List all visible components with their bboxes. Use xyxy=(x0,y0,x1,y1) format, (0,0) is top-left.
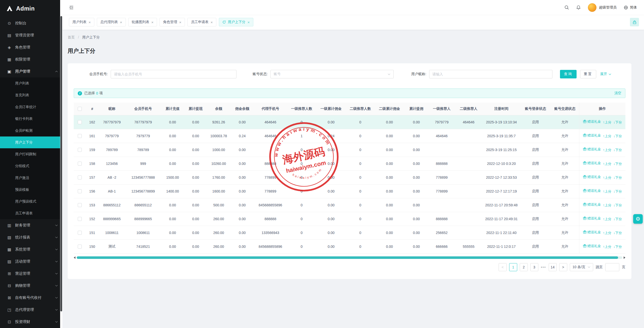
score-down-action[interactable]: ↓下分 xyxy=(614,203,622,208)
score-down-action[interactable]: ↓下分 xyxy=(614,148,622,152)
score-up-action[interactable]: ↑上分 xyxy=(603,162,612,166)
close-icon[interactable]: × xyxy=(248,20,250,24)
sidebar-item[interactable]: ▥财务管理 xyxy=(0,219,62,231)
score-up-action[interactable]: ↑上分 xyxy=(603,203,612,208)
row-checkbox[interactable] xyxy=(78,245,82,249)
score-up-action[interactable]: ↑上分 xyxy=(603,120,612,125)
prev-page-button[interactable]: < xyxy=(499,263,507,271)
scrollbar-thumb[interactable] xyxy=(77,256,618,259)
gift-action[interactable]: 赠送礼金 xyxy=(583,133,601,138)
phone-filter-input[interactable] xyxy=(111,70,236,78)
sidebar-subitem[interactable]: 用户上下分 xyxy=(0,136,62,148)
bell-icon[interactable] xyxy=(576,5,581,10)
tab[interactable]: 轮播图列表× xyxy=(128,18,157,26)
sidebar-subitem[interactable]: 会员订单统计 xyxy=(0,101,62,113)
sidebar-item[interactable]: ▤管理员管理 xyxy=(0,29,62,41)
sidebar-subitem[interactable]: 员工申请表 xyxy=(0,207,62,219)
horizontal-scrollbar[interactable] xyxy=(74,256,625,259)
score-down-action[interactable]: ↓下分 xyxy=(614,120,622,125)
score-up-action[interactable]: ↑上分 xyxy=(603,245,612,249)
score-down-action[interactable]: ↓下分 xyxy=(614,189,622,194)
score-up-action[interactable]: ↑上分 xyxy=(603,217,612,221)
sidebar-item[interactable]: ▩系统管理 xyxy=(0,243,62,255)
sidebar-subitem[interactable]: 用户预设模式 xyxy=(0,196,62,207)
reset-button[interactable]: 重置 xyxy=(580,70,596,78)
page-button-2[interactable]: 2 xyxy=(520,263,528,271)
close-icon[interactable]: × xyxy=(211,20,213,24)
close-icon[interactable]: × xyxy=(89,20,91,24)
close-icon[interactable]: × xyxy=(179,20,181,24)
sidebar-item[interactable]: ⊟购物管理 xyxy=(0,279,62,292)
row-checkbox[interactable] xyxy=(78,231,82,235)
nickname-filter-input[interactable] xyxy=(429,70,552,78)
sidebar-item[interactable]: ◳总代理管理 xyxy=(0,304,62,316)
expand-filters-link[interactable]: 展开 xyxy=(600,72,611,76)
page-ellipsis[interactable]: ••• xyxy=(541,265,546,269)
refresh-icon[interactable] xyxy=(222,20,226,24)
row-checkbox[interactable] xyxy=(78,217,82,221)
scroll-right-arrow[interactable] xyxy=(624,256,625,259)
sidebar-subitem[interactable]: 会员IP检测 xyxy=(0,125,62,136)
score-down-action[interactable]: ↓下分 xyxy=(614,231,622,235)
sidebar-subitem[interactable]: 用户打码限制 xyxy=(0,148,62,160)
page-button-3[interactable]: 3 xyxy=(530,263,538,271)
tab[interactable]: 角色管理× xyxy=(159,18,185,26)
score-up-action[interactable]: ↑上分 xyxy=(603,175,612,180)
search-button[interactable]: 查询 xyxy=(560,70,577,78)
lock-button[interactable] xyxy=(630,18,639,26)
score-down-action[interactable]: ↓下分 xyxy=(614,134,622,138)
row-checkbox[interactable] xyxy=(78,203,82,207)
next-page-button[interactable]: > xyxy=(559,263,567,271)
row-checkbox[interactable] xyxy=(78,134,82,138)
language-switch[interactable]: 简体 xyxy=(624,5,637,10)
row-checkbox[interactable] xyxy=(78,148,82,152)
page-button-1[interactable]: 1 xyxy=(509,263,517,271)
scroll-left-arrow[interactable] xyxy=(74,256,75,259)
sidebar-item[interactable]: ▣用户管理 xyxy=(0,65,62,77)
sidebar-item[interactable]: ⊙控制台 xyxy=(0,17,62,29)
score-up-action[interactable]: ↑上分 xyxy=(603,148,612,152)
gift-action[interactable]: 赠送礼金 xyxy=(583,119,601,124)
jump-page-input[interactable] xyxy=(605,263,619,271)
sidebar-item[interactable]: ⊡投资理财 xyxy=(0,316,62,328)
sidebar-item[interactable]: ◈角色管理 xyxy=(0,41,62,53)
score-down-action[interactable]: ↓下分 xyxy=(614,162,622,166)
sidebar-subitem[interactable]: 银行卡列表 xyxy=(0,113,62,125)
user-menu[interactable]: 超级管理员 xyxy=(588,3,617,12)
select-all-checkbox[interactable] xyxy=(78,107,82,111)
score-up-action[interactable]: ↑上分 xyxy=(603,189,612,194)
page-size-select[interactable]: 10 条/页 xyxy=(570,263,593,271)
breadcrumb-home[interactable]: 首页 xyxy=(68,35,75,39)
sidebar-subitem[interactable]: 首充列表 xyxy=(0,89,62,101)
sidebar-item[interactable]: ⊞营运管理 xyxy=(0,267,62,279)
sidebar-scrollbar[interactable] xyxy=(60,0,62,328)
close-icon[interactable]: × xyxy=(151,20,154,24)
score-down-action[interactable]: ↓下分 xyxy=(614,217,622,221)
close-icon[interactable]: × xyxy=(120,20,122,24)
search-icon[interactable] xyxy=(564,5,569,10)
row-checkbox[interactable] xyxy=(78,162,82,166)
score-down-action[interactable]: ↓下分 xyxy=(614,175,622,180)
sidebar-subitem[interactable]: 预设模板 xyxy=(0,184,62,196)
sidebar-item[interactable]: ▧统计报表 xyxy=(0,231,62,243)
page-button-14[interactable]: 14 xyxy=(549,263,557,271)
gift-action[interactable]: 赠送礼金 xyxy=(583,175,601,179)
sidebar-item[interactable]: ▨活动管理 xyxy=(0,255,62,267)
score-down-action[interactable]: ↓下分 xyxy=(614,245,622,249)
tab[interactable]: 用户上下分× xyxy=(219,18,253,26)
tab[interactable]: 员工申请表× xyxy=(187,18,216,26)
score-up-action[interactable]: ↑上分 xyxy=(603,231,612,235)
sidebar-scrollbar-thumb[interactable] xyxy=(60,16,62,311)
gift-action[interactable]: 赠送礼金 xyxy=(583,189,601,193)
row-checkbox[interactable] xyxy=(78,120,82,124)
collapse-menu-icon[interactable] xyxy=(69,5,74,10)
gift-action[interactable]: 赠送礼金 xyxy=(583,202,601,207)
sidebar-subitem[interactable]: 用户激活 xyxy=(0,172,62,184)
score-up-action[interactable]: ↑上分 xyxy=(603,134,612,138)
gift-action[interactable]: 赠送礼金 xyxy=(583,230,601,235)
sidebar-subitem[interactable]: 用户列表 xyxy=(0,77,62,89)
row-checkbox[interactable] xyxy=(78,175,82,179)
sidebar-item[interactable]: ▦权限管理 xyxy=(0,53,62,65)
gift-action[interactable]: 赠送礼金 xyxy=(583,147,601,152)
gift-action[interactable]: 赠送礼金 xyxy=(583,161,601,165)
